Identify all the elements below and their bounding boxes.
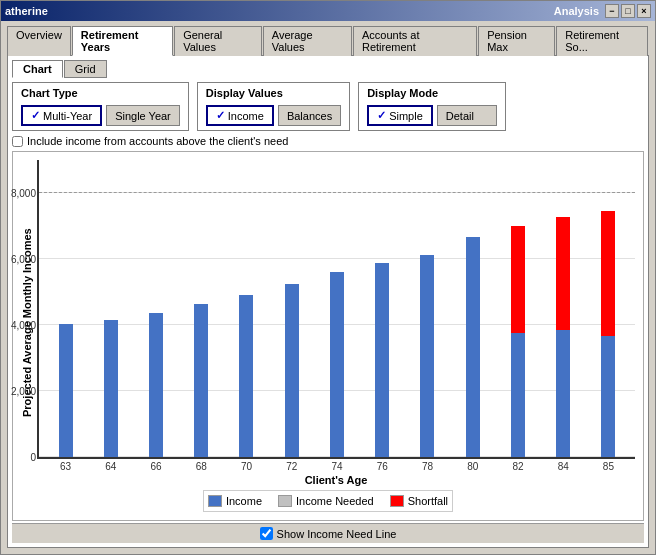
bar-segment-income [511,333,525,457]
x-tick-label: 70 [224,461,269,472]
bar-stack [59,324,73,457]
tab-overview[interactable]: Overview [7,26,71,56]
main-content: Overview Retirement Years General Values… [1,21,655,554]
chart-type-buttons: ✓ Multi-Year Single Year [21,105,180,126]
tab-average-values[interactable]: Average Values [263,26,352,56]
bar-group [598,211,618,457]
bar-stack [239,295,253,457]
tab-retirement-years[interactable]: Retirement Years [72,26,173,56]
bar-group [372,263,392,457]
x-tick-label: 76 [360,461,405,472]
multi-year-button[interactable]: ✓ Multi-Year [21,105,102,126]
x-tick-label: 82 [495,461,540,472]
bar-stack [556,217,570,457]
title-bar-right: Analysis − □ × [554,4,651,18]
x-tick-label: 80 [450,461,495,472]
legend-shortfall-box [390,495,404,507]
display-values-buttons: ✓ Income Balances [206,105,341,126]
show-income-line-text: Show Income Need Line [277,528,397,540]
y-tick-label: 2,000 [11,386,36,397]
legend-income-needed-label: Income Needed [296,495,374,507]
bar-segment-income [466,237,480,457]
title-bar-left: atherine [5,5,48,17]
income-button[interactable]: ✓ Income [206,105,274,126]
chart-type-title: Chart Type [21,87,180,99]
x-tick-label: 66 [133,461,178,472]
chart-type-group: Chart Type ✓ Multi-Year Single Year [12,82,189,131]
bar-stack [601,211,615,457]
sub-tab-grid[interactable]: Grid [64,60,107,78]
bar-segment-shortfall [556,217,570,330]
analysis-label: Analysis [554,5,599,17]
bar-group [508,226,528,457]
simple-button[interactable]: ✓ Simple [367,105,433,126]
simple-label: Simple [389,110,423,122]
sub-tab-chart[interactable]: Chart [12,60,63,78]
x-tick-label: 68 [179,461,224,472]
x-tick-label: 64 [88,461,133,472]
bar-segment-income [59,324,73,457]
need-line [39,192,635,193]
display-mode-buttons: ✓ Simple Detail [367,105,497,126]
show-income-line-label[interactable]: Show Income Need Line [260,527,397,540]
chart-inner: 02,0004,0006,0008,000 636466687072747678… [37,160,635,486]
multi-year-label: Multi-Year [43,110,92,122]
window-title: atherine [5,5,48,17]
close-button[interactable]: × [637,4,651,18]
bar-group [101,320,121,457]
tab-general-values[interactable]: General Values [174,26,262,56]
detail-button[interactable]: Detail [437,105,497,126]
single-year-button[interactable]: Single Year [106,105,180,126]
show-income-line-checkbox[interactable] [260,527,273,540]
title-bar: atherine Analysis − □ × [1,1,655,21]
display-values-group: Display Values ✓ Income Balances [197,82,350,131]
main-panel: Chart Grid Chart Type ✓ Multi-Year Singl… [7,55,649,548]
maximize-button[interactable]: □ [621,4,635,18]
chart-container: Projected Average Monthly Incomes 02,000… [21,160,635,486]
bar-group [146,313,166,457]
legend-shortfall-label: Shortfall [408,495,448,507]
x-tick-label: 63 [43,461,88,472]
minimize-button[interactable]: − [605,4,619,18]
bar-stack [420,255,434,457]
main-tabs: Overview Retirement Years General Values… [3,23,653,55]
legend-income-box [208,495,222,507]
include-income-checkbox[interactable] [12,136,23,147]
bar-segment-income [104,320,118,457]
footer-row: Show Income Need Line [12,523,644,543]
bar-group [282,284,302,457]
income-check-icon: ✓ [216,109,225,122]
display-mode-title: Display Mode [367,87,497,99]
include-income-label: Include income from accounts above the c… [27,135,288,147]
bar-segment-shortfall [511,226,525,333]
display-mode-group: Display Mode ✓ Simple Detail [358,82,506,131]
x-tick-label: 78 [405,461,450,472]
bar-stack [511,226,525,457]
sub-tabs: Chart Grid [12,60,644,78]
legend-shortfall: Shortfall [390,495,448,507]
bar-segment-income [556,330,570,457]
x-tick-label: 85 [586,461,631,472]
chart-area: Projected Average Monthly Incomes 02,000… [12,151,644,521]
bar-group [417,255,437,457]
bar-segment-shortfall [601,211,615,335]
include-income-row: Include income from accounts above the c… [12,135,644,147]
bar-stack [149,313,163,457]
balances-button[interactable]: Balances [278,105,341,126]
tab-retirement-so[interactable]: Retirement So... [556,26,648,56]
bar-segment-income [420,255,434,457]
y-tick-label: 6,000 [11,254,36,265]
bar-segment-income [149,313,163,457]
legend-income-label: Income [226,495,262,507]
bar-stack [375,263,389,457]
bar-stack [285,284,299,457]
tab-accounts-at-retirement[interactable]: Accounts at Retirement [353,26,477,56]
bar-segment-income [239,295,253,457]
bar-group [553,217,573,457]
bars-container [39,160,635,457]
controls-row: Chart Type ✓ Multi-Year Single Year Disp… [12,82,644,131]
legend-income-needed-box [278,495,292,507]
legend-income-needed: Income Needed [278,495,374,507]
tab-pension-max[interactable]: Pension Max [478,26,555,56]
y-tick-label: 8,000 [11,188,36,199]
